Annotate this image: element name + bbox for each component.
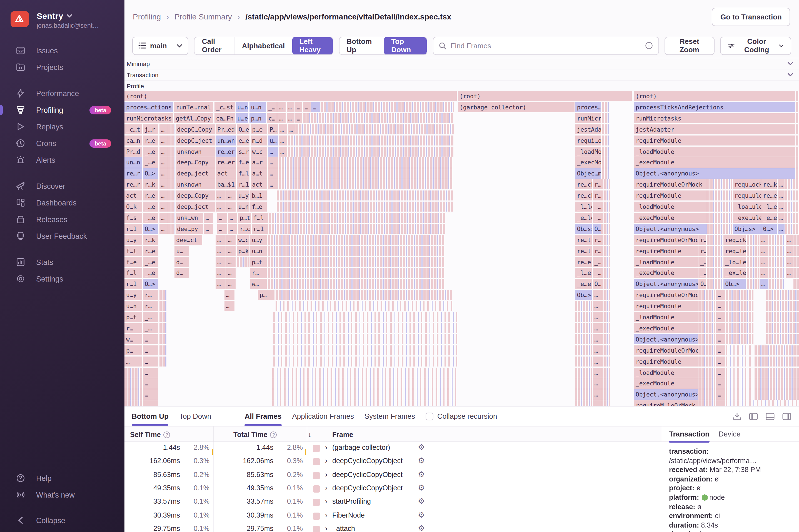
- flame-frame[interactable]: r…1: [125, 224, 142, 234]
- flame-frame[interactable]: …: [226, 235, 236, 245]
- flame-frame[interactable]: Object.<anonymous>: [634, 224, 707, 234]
- flame-frame[interactable]: [275, 301, 452, 311]
- flame-frame[interactable]: [726, 390, 754, 400]
- flame-frame[interactable]: …: [785, 235, 793, 245]
- flame-frame[interactable]: 0…>: [761, 224, 777, 234]
- flame-frame[interactable]: r…1: [237, 179, 250, 190]
- flame-frame[interactable]: …: [593, 400, 601, 406]
- flame-frame[interactable]: [273, 334, 460, 345]
- flame-frame[interactable]: [794, 235, 799, 245]
- flame-frame[interactable]: [273, 312, 460, 322]
- flame-frame[interactable]: …: [143, 390, 159, 400]
- sidebar-item-help[interactable]: Help: [0, 470, 125, 487]
- details-tab-transaction[interactable]: Transaction: [669, 426, 709, 442]
- flame-frame[interactable]: [279, 157, 452, 168]
- flame-frame[interactable]: u…: [174, 246, 189, 256]
- flame-frame[interactable]: [277, 202, 453, 212]
- flame-frame[interactable]: [602, 135, 610, 146]
- profile-section-header[interactable]: Profile: [125, 80, 799, 91]
- flame-frame[interactable]: un…wn: [216, 135, 236, 146]
- flame-frame[interactable]: f…e: [237, 157, 250, 168]
- flame-frame[interactable]: [601, 312, 610, 322]
- flame-frame[interactable]: [160, 356, 167, 366]
- flame-frame[interactable]: dee…py: [175, 224, 203, 234]
- flame-frame[interactable]: …: [216, 279, 226, 289]
- layout-left-panel-icon[interactable]: [749, 412, 758, 420]
- frame-settings-gear-icon[interactable]: ⚙: [418, 524, 425, 532]
- flame-frame[interactable]: …: [716, 400, 725, 406]
- flame-frame[interactable]: getAl…Copy: [174, 113, 213, 124]
- flamegraph-canvas[interactable]: (root)proces…ctionsrunTe…rnal_c…stu…nu…n…: [125, 91, 799, 406]
- flame-frame[interactable]: re…er: [216, 146, 236, 157]
- flame-frame[interactable]: …: [143, 367, 159, 378]
- flame-frame[interactable]: …: [760, 246, 768, 256]
- flame-frame[interactable]: [785, 224, 799, 234]
- flame-frame[interactable]: w…c: [250, 146, 267, 157]
- flame-frame[interactable]: e…e: [237, 135, 250, 146]
- flame-frame[interactable]: …: [160, 179, 168, 190]
- flame-frame[interactable]: [785, 213, 799, 223]
- flame-frame[interactable]: [168, 190, 174, 201]
- flame-frame[interactable]: [279, 169, 452, 179]
- expand-chevron-icon[interactable]: ›: [325, 484, 328, 492]
- flame-frame[interactable]: …: [216, 246, 226, 256]
- flame-frame[interactable]: [699, 301, 716, 311]
- org-switcher[interactable]: Sentry jonas.badalic@sent…: [0, 0, 125, 29]
- frame-settings-gear-icon[interactable]: ⚙: [418, 510, 425, 519]
- flame-frame[interactable]: re…er: [216, 157, 236, 168]
- flame-frame[interactable]: r…: [250, 268, 267, 278]
- flame-frame[interactable]: [726, 345, 754, 356]
- flame-frame[interactable]: _loadModule: [634, 202, 707, 212]
- flame-frame[interactable]: [785, 179, 799, 190]
- flame-frame[interactable]: r…: [143, 290, 159, 300]
- flame-frame[interactable]: [601, 334, 610, 345]
- flame-frame[interactable]: …: [593, 378, 601, 389]
- flame-frame[interactable]: _execModule: [634, 157, 795, 168]
- direction-option-top-down[interactable]: Top Down: [384, 36, 426, 55]
- flame-frame[interactable]: …: [593, 323, 601, 334]
- flame-frame[interactable]: …: [778, 190, 784, 201]
- flame-frame[interactable]: requ…ule: [733, 190, 761, 201]
- flame-frame[interactable]: [288, 146, 453, 157]
- flame-frame[interactable]: [754, 367, 799, 378]
- frame-column-header[interactable]: Frame: [332, 426, 353, 442]
- flame-frame[interactable]: m…d: [250, 135, 267, 146]
- flame-frame[interactable]: (garbage collector): [458, 102, 575, 112]
- flame-frame[interactable]: p…t: [250, 257, 267, 267]
- flame-frame[interactable]: …: [143, 334, 159, 345]
- flame-frame[interactable]: r…k: [143, 179, 159, 190]
- flame-frame[interactable]: a…r: [250, 157, 267, 168]
- table-row[interactable]: 85.63ms0.2%85.63ms0.2%⚙›deepCyclicCopyOb…: [125, 469, 662, 482]
- flame-frame[interactable]: …: [226, 246, 236, 256]
- flame-frame[interactable]: [794, 268, 799, 278]
- flame-frame[interactable]: [272, 390, 459, 400]
- flame-frame[interactable]: …: [286, 102, 294, 112]
- flame-frame[interactable]: _l…e: [575, 268, 592, 278]
- flame-frame[interactable]: …: [716, 323, 725, 334]
- transaction-section-header[interactable]: Transaction: [125, 70, 799, 80]
- flame-frame[interactable]: …: [160, 146, 168, 157]
- flame-frame[interactable]: [726, 367, 754, 378]
- frame-settings-gear-icon[interactable]: ⚙: [418, 456, 425, 465]
- flame-frame[interactable]: u…y: [125, 235, 142, 245]
- flame-frame[interactable]: [601, 213, 610, 223]
- search-info-icon[interactable]: [645, 42, 653, 50]
- flame-frame[interactable]: r…e: [143, 135, 159, 146]
- flame-frame[interactable]: [699, 367, 716, 378]
- flame-frame[interactable]: [726, 290, 754, 300]
- direction-option-bottom-up[interactable]: Bottom Up: [339, 36, 384, 55]
- flame-frame[interactable]: [272, 400, 459, 406]
- flame-frame[interactable]: deep…Copy: [175, 157, 215, 168]
- flame-frame[interactable]: [602, 124, 610, 134]
- flame-frame[interactable]: [766, 334, 799, 345]
- flame-frame[interactable]: [726, 356, 754, 366]
- flame-frame[interactable]: [601, 400, 610, 406]
- flame-frame[interactable]: [708, 224, 732, 234]
- flame-frame[interactable]: req…le: [723, 246, 746, 256]
- flame-frame[interactable]: …: [288, 124, 296, 134]
- sidebar-item-replays[interactable]: Replays: [0, 118, 125, 135]
- flame-frame[interactable]: …: [593, 345, 601, 356]
- flame-frame[interactable]: deep…Copy: [175, 190, 215, 201]
- flame-frame[interactable]: …: [295, 113, 302, 124]
- flame-frame[interactable]: req…ck: [723, 235, 746, 245]
